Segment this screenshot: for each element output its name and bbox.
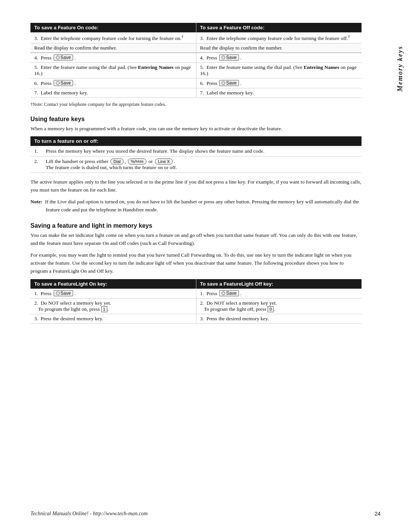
step-num: 4. [34,55,38,61]
table-row: 3. Enter the telephone company fea­ture … [30,32,362,43]
page: Memory keys To save a Feature On code: T… [0,0,411,532]
footer-url: Technical Manuals Online! - http://www.t… [30,511,148,517]
save-button-inline: Save [54,80,73,86]
button-circle [221,81,225,85]
step-2-text: Lift the handset or press either Dial, %… [42,157,362,173]
feature-on-off-table: To save a Feature On code: To save a Fea… [30,23,362,98]
note-text: If the Live dial pad option is turned on… [45,199,359,212]
step-num: 2. [200,300,204,306]
table-footnote: †Note: Contact your telephone company fo… [30,102,362,107]
sidebar-label: Memory keys [396,46,404,91]
step-num: 1. [200,291,204,296]
table-row: 2. Do NOT select a memory key yet. To pr… [30,298,362,314]
using-feature-keys-para: When a memory key is programmed with a f… [30,125,362,133]
dagger: † [182,34,184,38]
step-num: 3. [34,35,38,41]
featurelight-table: To save a FeatureLight On key: To save a… [30,279,362,324]
main-content: To save a Feature On code: To save a Fea… [30,23,362,324]
note-para: Note: If the Live dial pad option is tur… [30,198,362,214]
table-row: 1. Press the memory key where you stored… [30,146,362,157]
linex-key: Line X [155,158,173,165]
table-row: 1. Press Save . 1. Press Save . [30,289,362,299]
step-num: 1. [34,291,38,296]
turn-on-off-table: To turn a feature on or off: 1. Press th… [30,136,362,173]
button-circle [56,81,60,85]
step-5-left: 5. Enter the feature name using the dial… [30,62,196,78]
spkr-key: %/Mute [128,158,147,165]
col-right-header: To save a Feature Off code: [196,23,362,32]
saving-feature-para1: You can make the set indicator light com… [30,232,362,248]
step-6-right: 6. Press Save . [196,78,362,88]
table-row: 6. Press Save . 6. Press Save . [30,78,362,88]
step-num: 7. [34,90,38,96]
table-row-note: Read the display to confirm the number. … [30,43,362,53]
key-1: 1 [101,306,107,312]
table-row: 4. Press Save . 4. Press Save . [30,53,362,62]
using-feature-keys-heading: Using feature keys [30,116,362,123]
dial-key: Dial [110,158,124,165]
step-6-left: 6. Press Save . [30,78,196,88]
entering-names-ref: Entering Names [138,64,174,70]
footer: Technical Manuals Online! - http://www.t… [0,511,411,517]
fl-row1-right: 1. Press Save . [196,289,362,299]
step-num: 3. [34,316,38,321]
turn-on-off-header: To turn a feature on or off: [30,136,362,146]
active-feature-para: The active feature applies only to the l… [30,178,362,194]
step-4-right: 4. Press Save . [196,53,362,62]
step-num: 3. [200,35,204,41]
fl-col-right-header: To save a FeatureLight Off key: [196,279,362,289]
entering-names-ref: Entering Names [304,64,339,70]
step-3-left: 3. Enter the telephone company fea­ture … [30,32,196,43]
button-circle [221,291,225,295]
fl-row3-right: 3. Press the desired memory key. [196,314,362,323]
col-left-header: To save a Feature On code: [30,23,196,32]
save-button-inline: Save [54,290,73,296]
step-3-right: 3. Enter the telephone company fea­ture … [196,32,362,43]
saving-feature-heading: Saving a feature and light in memory key… [30,222,362,229]
read-display-left: Read the display to confirm the number. [30,43,196,53]
fl-row3-left: 3. Press the desired memory key. [30,314,196,323]
step-4-left: 4. Press Save . [30,53,196,62]
step-num: 4. [200,55,204,61]
key-0: 0 [268,306,274,312]
step-num: 7. [200,90,204,96]
save-button-inline: Save [219,54,239,61]
step-7-left: 7. Label the memory key. [30,88,196,97]
step-5-right: 5. Enter the feature name using the dial… [196,62,362,78]
read-display-right: Read the display to confirm the number. [196,43,362,53]
button-circle [56,291,60,295]
table-row: 3. Press the desired memory key. 3. Pres… [30,314,362,323]
fl-row2-left: 2. Do NOT select a memory key yet. To pr… [30,298,196,314]
note-label: Note: [30,199,42,204]
fl-col-left-header: To save a FeatureLight On key: [30,279,196,289]
step-num-cell: 2. [30,157,42,173]
step-num: 5. [34,64,38,70]
step-num: 5. [200,64,204,70]
step-num: 6. [200,80,204,86]
save-button-inline: Save [219,290,239,296]
footer-page: 24 [374,511,381,517]
table-row: 2. Lift the handset or press either Dial… [30,157,362,173]
table-row: 5. Enter the feature name using the dial… [30,62,362,78]
step-1-text: Press the memory key where you stored th… [42,146,362,157]
step-num: 3. [200,316,204,321]
button-circle [56,56,60,59]
fl-row1-left: 1. Press Save . [30,289,196,299]
step-7-right: 7. Label the memory key. [196,88,362,97]
step-num: 6. [34,80,38,86]
button-circle [221,56,225,59]
saving-feature-para2: For example, you may want the light to r… [30,251,362,275]
dagger: † [348,34,350,38]
fl-row2-right: 2. Do NOT select a memory key yet. To pr… [196,298,362,314]
save-button-inline: Save [54,54,73,61]
save-button-inline: Save [219,80,239,86]
step-num-cell: 1. [30,146,42,157]
step-num: 2. [34,300,38,306]
table-row: 7. Label the memory key. 7. Label the me… [30,88,362,97]
